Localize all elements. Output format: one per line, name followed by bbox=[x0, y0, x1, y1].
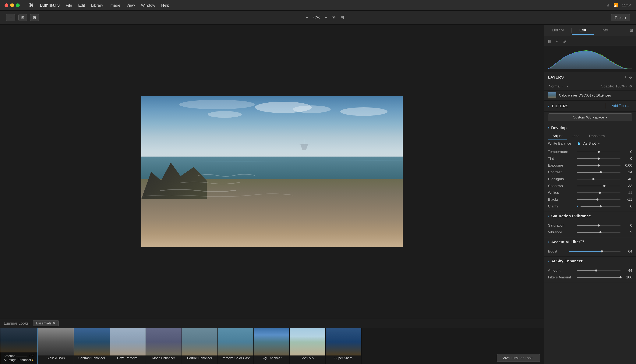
exposure-slider[interactable] bbox=[577, 165, 620, 166]
clarity-slider[interactable] bbox=[580, 206, 620, 207]
wb-dropdown-icon[interactable]: ▾ bbox=[598, 142, 600, 145]
clarity-dot[interactable] bbox=[577, 206, 578, 207]
shadows-fill bbox=[577, 186, 604, 186]
layer-mode-select[interactable]: Normal bbox=[548, 84, 564, 88]
look-item-soft-airy[interactable]: Soft&Airy bbox=[290, 328, 326, 364]
amount-slider[interactable] bbox=[16, 356, 28, 356]
exposure-thumb[interactable] bbox=[598, 164, 600, 166]
whites-thumb[interactable] bbox=[599, 192, 601, 194]
minimize-button[interactable] bbox=[10, 4, 14, 7]
look-haze-thumb bbox=[110, 328, 146, 356]
essentials-button[interactable]: Essentials ✕ bbox=[33, 320, 59, 326]
boost-label: Boost bbox=[548, 249, 567, 254]
boost-thumb[interactable] bbox=[601, 250, 603, 252]
tab-edit[interactable]: Edit bbox=[572, 26, 594, 35]
look-item-portrait-enhancer[interactable]: Portrait Enhancer bbox=[182, 328, 218, 364]
shadows-slider[interactable] bbox=[577, 186, 620, 186]
look-item-super-sharp[interactable]: Super Sharp bbox=[326, 328, 362, 364]
shadows-value: 33 bbox=[623, 184, 632, 188]
menu-view[interactable]: View bbox=[126, 3, 135, 8]
menu-help[interactable]: Help bbox=[161, 3, 170, 8]
menu-edit[interactable]: Edit bbox=[78, 3, 85, 8]
compare-icon[interactable]: ⊟ bbox=[340, 15, 344, 20]
toolbar-view-button[interactable]: ⊡ bbox=[30, 14, 39, 21]
layers-settings-btn[interactable]: ⚙ bbox=[629, 75, 632, 80]
menu-wifi-icon: 📶 bbox=[614, 3, 618, 8]
tint-thumb[interactable] bbox=[598, 158, 600, 160]
look-item-ai-image-enhancer[interactable]: Amount 100 AI Image Enhancer ★ bbox=[0, 328, 38, 364]
vibrance-thumb[interactable] bbox=[599, 231, 602, 234]
whites-control: Whites 11 bbox=[544, 189, 636, 196]
accent-ai-header[interactable]: ▾ Accent AI Filter™ bbox=[544, 237, 636, 246]
essentials-label: Essentials bbox=[36, 322, 52, 326]
blacks-thumb[interactable] bbox=[596, 198, 598, 201]
color-settings-icon[interactable]: ⚙ bbox=[555, 38, 559, 43]
ai-sky-amount-thumb[interactable] bbox=[595, 269, 597, 272]
wb-eyedropper-icon[interactable]: 💧 bbox=[577, 142, 581, 146]
tint-slider[interactable] bbox=[577, 158, 620, 159]
look-item-classic-bw[interactable]: Classic B&W bbox=[38, 328, 74, 364]
temperature-slider[interactable] bbox=[577, 152, 620, 152]
subtab-transform[interactable]: Transform bbox=[584, 132, 609, 140]
layer-settings-icon[interactable]: ⚙ bbox=[629, 84, 632, 88]
toolbar-grid-button[interactable]: ⊞ bbox=[18, 14, 27, 21]
look-sky-thumb bbox=[254, 328, 290, 356]
workspace-button[interactable]: Custom Workspace ▾ bbox=[548, 114, 632, 121]
tools-button[interactable]: Tools ▾ bbox=[611, 14, 630, 21]
ai-sky-filters-thumb[interactable] bbox=[619, 276, 622, 278]
saturation-slider[interactable] bbox=[577, 225, 620, 226]
circle-icon[interactable]: ◎ bbox=[562, 38, 566, 43]
eye-icon[interactable]: 👁 bbox=[332, 15, 336, 20]
ai-sky-header[interactable]: ▾ AI Sky Enhancer bbox=[544, 256, 636, 266]
saturation-thumb[interactable] bbox=[598, 224, 600, 226]
menu-file[interactable]: File bbox=[66, 3, 72, 8]
boost-slider[interactable] bbox=[569, 251, 620, 252]
blacks-slider[interactable] bbox=[577, 199, 620, 200]
zoom-in-icon[interactable]: + bbox=[325, 15, 327, 20]
layers-add-btn[interactable]: + bbox=[624, 75, 626, 79]
look-item-sky-enhancer[interactable]: Sky Enhancer bbox=[254, 328, 290, 364]
vibrance-slider[interactable] bbox=[577, 232, 620, 233]
ai-sky-amount-slider[interactable] bbox=[577, 270, 620, 271]
panel-expand-icon[interactable]: ⊞ bbox=[630, 28, 636, 32]
add-filter-button[interactable]: + Add Filter... bbox=[606, 103, 632, 109]
layer-item[interactable]: Cabo waves DSC05176 16x9.jpeg bbox=[544, 90, 636, 100]
look-item-contrast-enhancer[interactable]: Contrast Enhancer bbox=[74, 328, 110, 364]
ai-sky-amount-label: Amount bbox=[548, 268, 574, 272]
save-luminar-look-button[interactable]: Save Luminar Look... bbox=[497, 354, 540, 362]
histogram-icon[interactable]: ▤ bbox=[548, 38, 552, 43]
menu-library[interactable]: Library bbox=[91, 3, 103, 8]
tab-library[interactable]: Library bbox=[544, 26, 572, 35]
menu-image[interactable]: Image bbox=[109, 3, 120, 8]
subtab-lens[interactable]: Lens bbox=[567, 132, 584, 140]
whites-slider[interactable] bbox=[577, 192, 620, 193]
highlights-slider[interactable] bbox=[577, 179, 620, 180]
look-mood-thumb bbox=[146, 328, 182, 356]
shadows-thumb[interactable] bbox=[603, 185, 606, 187]
look-ai-star: ★ bbox=[31, 358, 34, 362]
contrast-thumb[interactable] bbox=[600, 171, 602, 174]
highlights-control: Highlights -46 bbox=[544, 176, 636, 182]
image-container bbox=[0, 24, 544, 318]
clarity-thumb[interactable] bbox=[600, 205, 602, 208]
look-item-remove-color-cast[interactable]: Remove Color Cast bbox=[218, 328, 254, 364]
develop-section-header[interactable]: ▾ Develop bbox=[544, 123, 636, 132]
ai-sky-filters-slider[interactable] bbox=[577, 277, 620, 278]
saturation-vibrance-header[interactable]: ▾ Saturation / Vibrance bbox=[544, 212, 636, 220]
toolbar-back-button[interactable]: ← bbox=[6, 14, 15, 21]
contrast-control: Contrast 14 bbox=[544, 169, 636, 176]
contrast-slider[interactable] bbox=[577, 172, 620, 173]
highlights-thumb[interactable] bbox=[592, 178, 594, 180]
look-item-mood-enhancer[interactable]: Mood Enhancer bbox=[146, 328, 182, 364]
layers-minus-btn[interactable]: − bbox=[620, 75, 622, 79]
menu-window[interactable]: Window bbox=[141, 3, 155, 8]
fullscreen-button[interactable] bbox=[16, 4, 20, 7]
look-item-haze-removal[interactable]: Haze Removal bbox=[110, 328, 146, 364]
close-button[interactable] bbox=[4, 4, 8, 7]
temperature-thumb[interactable] bbox=[598, 151, 600, 153]
tab-info[interactable]: Info bbox=[594, 26, 616, 35]
accent-ai-section: ▾ Accent AI Filter™ Boost 64 bbox=[544, 237, 636, 256]
zoom-out-icon[interactable]: − bbox=[306, 15, 308, 20]
shadows-label: Shadows bbox=[548, 184, 574, 188]
subtab-adjust[interactable]: Adjust bbox=[548, 132, 567, 140]
